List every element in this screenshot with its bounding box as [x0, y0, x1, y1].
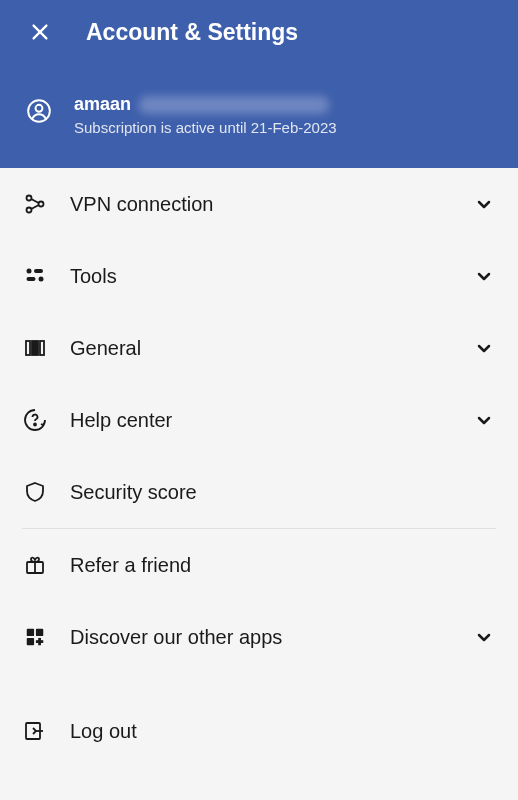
help-icon	[23, 408, 47, 432]
svg-point-12	[39, 277, 44, 282]
chevron-down-icon	[472, 336, 496, 360]
menu-label: VPN connection	[70, 193, 450, 216]
svg-rect-13	[26, 341, 30, 355]
svg-line-8	[31, 205, 39, 209]
svg-point-4	[27, 196, 32, 201]
user-icon	[26, 98, 52, 124]
svg-point-6	[27, 208, 32, 213]
apps-icon	[24, 626, 46, 648]
logout-icon	[23, 719, 47, 743]
close-icon	[29, 21, 51, 43]
svg-point-16	[34, 424, 36, 426]
svg-rect-14	[32, 341, 38, 355]
svg-rect-15	[40, 341, 44, 355]
menu-item-refer[interactable]: Refer a friend	[22, 529, 496, 601]
svg-rect-23	[36, 640, 43, 643]
chevron-down-icon	[472, 408, 496, 432]
tools-icon	[23, 264, 47, 288]
menu-label: Help center	[70, 409, 450, 432]
header: Account & Settings amaan Subscription is…	[0, 0, 518, 168]
svg-rect-20	[36, 629, 43, 636]
subscription-status: Subscription is active until 21-Feb-2023	[74, 119, 498, 136]
user-email-redacted	[139, 96, 329, 114]
chevron-down-icon	[472, 192, 496, 216]
menu-item-vpn[interactable]: VPN connection	[22, 168, 496, 240]
user-info: amaan Subscription is active until 21-Fe…	[74, 94, 498, 136]
page-title: Account & Settings	[86, 19, 298, 46]
svg-rect-21	[27, 638, 34, 645]
menu: VPN connection Tools General	[0, 168, 518, 767]
svg-rect-11	[27, 277, 36, 281]
menu-label: General	[70, 337, 450, 360]
menu-item-security[interactable]: Security score	[22, 456, 496, 528]
shield-icon	[23, 480, 47, 504]
menu-label: Security score	[70, 481, 496, 504]
menu-label: Discover our other apps	[70, 626, 450, 649]
svg-line-7	[31, 199, 39, 203]
header-top: Account & Settings	[20, 18, 498, 46]
vpn-icon	[23, 192, 47, 216]
menu-item-tools[interactable]: Tools	[22, 240, 496, 312]
svg-point-5	[39, 202, 44, 207]
svg-rect-10	[34, 269, 43, 273]
gift-icon	[23, 553, 47, 577]
close-button[interactable]	[26, 18, 54, 46]
menu-label: Log out	[70, 720, 496, 743]
svg-point-9	[27, 269, 32, 274]
user-row[interactable]: amaan Subscription is active until 21-Fe…	[20, 94, 498, 136]
menu-item-general[interactable]: General	[22, 312, 496, 384]
menu-label: Tools	[70, 265, 450, 288]
chevron-down-icon	[472, 625, 496, 649]
menu-item-logout[interactable]: Log out	[22, 695, 496, 767]
chevron-down-icon	[472, 264, 496, 288]
general-icon	[23, 336, 47, 360]
user-name: amaan	[74, 94, 131, 115]
menu-label: Refer a friend	[70, 554, 496, 577]
svg-rect-19	[27, 629, 34, 636]
menu-item-discover[interactable]: Discover our other apps	[22, 601, 496, 673]
menu-item-help[interactable]: Help center	[22, 384, 496, 456]
svg-point-3	[36, 105, 43, 112]
